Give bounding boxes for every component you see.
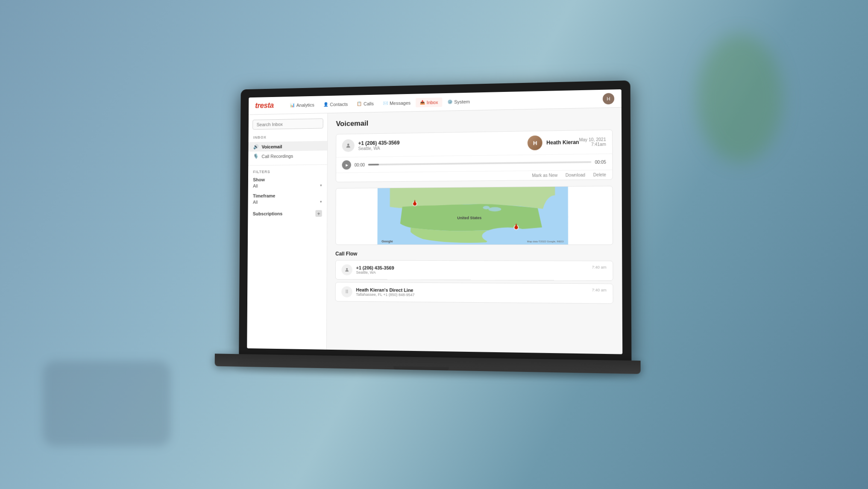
call-flow-item-2: ⠿ Heath Kieran's Direct Line Tallahassee… (335, 282, 613, 304)
analytics-label: Analytics (296, 102, 314, 108)
cf-item2-time: 7:40 am (592, 288, 607, 292)
voicemail-icon: 🔊 (253, 144, 259, 150)
analytics-icon: 📊 (290, 103, 295, 107)
show-chevron-icon: ▾ (320, 183, 322, 188)
show-filter: Show All ▾ (248, 177, 327, 189)
timeframe-chevron-icon: ▾ (320, 200, 322, 204)
timeframe-value: All (253, 200, 258, 205)
show-select[interactable]: All ▾ (253, 183, 322, 189)
inbox-section-title: INBOX (249, 134, 328, 140)
cf-item2-info: Heath Kieran's Direct Line Tallahassee, … (356, 287, 588, 298)
call-recordings-label: Call Recordings (261, 153, 293, 159)
contact-avatar: H (528, 136, 542, 150)
nav-item-messages[interactable]: ✉️ Messages (379, 98, 415, 108)
messages-label: Messages (390, 100, 411, 106)
vm-time: 7:41am (579, 142, 606, 147)
play-button[interactable]: ▶ (342, 160, 351, 170)
person-icon (345, 143, 351, 149)
cf-item1-time: 7:40 am (592, 265, 607, 269)
nav-item-contacts[interactable]: 👤 Contacts (319, 99, 352, 109)
voicemail-card: +1 (206) 435-3569 Seattle, WA H Heath Ki… (336, 130, 613, 182)
inbox-label: Inbox (427, 100, 438, 105)
svg-point-13 (346, 268, 348, 270)
svg-text:Map data ©2022 Google, INEGI: Map data ©2022 Google, INEGI (527, 240, 564, 243)
caller-icon (342, 139, 355, 152)
map-section: United States Google Map data ©2022 Goog… (335, 186, 613, 245)
vm-header: +1 (206) 435-3569 Seattle, WA H Heath Ki… (336, 130, 612, 157)
voicemail-label: Voicemail (262, 144, 282, 149)
svg-point-3 (482, 227, 533, 244)
vm-contact-section: H Heath Kieran (528, 135, 579, 150)
vm-date-section: May 10, 2021 7:41am (579, 137, 606, 147)
cf-item1-info: +1 (206) 435-3569 Seattle, WA (356, 265, 588, 275)
contact-name: Heath Kieran (546, 139, 579, 146)
main-area: INBOX 🔊 Voicemail 🎙️ Call Recordings FIL… (247, 108, 622, 354)
call-flow-title: Call Flow (335, 251, 613, 257)
content-area: Voicemail +1 (206) 435-3569 Seattle, (327, 108, 622, 354)
sidebar-item-call-recordings[interactable]: 🎙️ Call Recordings (248, 150, 327, 161)
svg-point-0 (347, 144, 349, 146)
person-icon-cf (344, 267, 349, 272)
timeframe-label: Timeframe (253, 193, 322, 198)
system-icon: ⚙️ (447, 100, 452, 104)
map-background: United States Google Map data ©2022 Goog… (336, 186, 613, 244)
play-icon: ▶ (346, 163, 348, 167)
player-current-time: 00:00 (355, 162, 365, 167)
timeframe-filter: Timeframe All ▾ (248, 193, 327, 205)
app-logo: tresta (255, 101, 274, 110)
messages-icon: ✉️ (383, 101, 388, 106)
sidebar: INBOX 🔊 Voicemail 🎙️ Call Recordings FIL… (247, 113, 328, 350)
nav-item-inbox[interactable]: 📥 Inbox (416, 97, 442, 107)
map-svg: United States Google Map data ©2022 Goog… (336, 186, 613, 244)
mic-icon: 🎙️ (253, 153, 259, 159)
cf-item1-location: Seattle, WA (356, 270, 588, 275)
delete-button[interactable]: Delete (593, 172, 606, 177)
sidebar-item-voicemail[interactable]: 🔊 Voicemail (248, 141, 327, 152)
show-label: Show (253, 177, 322, 182)
cf-grid-icon: ⠿ (341, 286, 352, 298)
cf-item1-phone: +1 (206) 435-3569 (356, 265, 588, 271)
nav-item-system[interactable]: ⚙️ System (443, 97, 474, 106)
filters-section-title: FILTERS (248, 169, 327, 174)
cf-person-icon (341, 264, 352, 275)
player-duration: 00:05 (595, 159, 606, 165)
contacts-icon: 👤 (323, 102, 328, 107)
player-track[interactable] (368, 161, 592, 165)
nav-items: 📊 Analytics 👤 Contacts 📋 Calls ✉️ (286, 94, 603, 110)
player-progress (368, 164, 379, 165)
calls-label: Calls (364, 101, 374, 106)
nav-item-calls[interactable]: 📋 Calls (353, 99, 378, 109)
nav-item-analytics[interactable]: 📊 Analytics (286, 100, 318, 110)
search-box (252, 118, 323, 130)
inbox-icon: 📥 (420, 100, 425, 105)
vm-date: May 10, 2021 (579, 137, 606, 142)
call-flow-item-1: +1 (206) 435-3569 Seattle, WA 7:40 am (335, 260, 613, 281)
svg-text:Google: Google (381, 239, 393, 243)
subscriptions-label: Subscriptions (253, 211, 283, 216)
caller-info: +1 (206) 435-3569 Seattle, WA (358, 138, 521, 150)
show-value: All (253, 183, 258, 189)
subscriptions-row: Subscriptions + (248, 210, 327, 217)
add-subscription-button[interactable]: + (315, 210, 322, 217)
contacts-label: Contacts (330, 101, 348, 107)
system-label: System (454, 99, 470, 104)
page-title: Voicemail (336, 115, 613, 128)
calls-icon: 📋 (357, 101, 362, 106)
svg-text:United States: United States (457, 215, 481, 220)
search-input[interactable] (252, 118, 323, 130)
avatar[interactable]: H (603, 93, 614, 104)
call-flow-section: Call Flow +1 (206) 435-3569 Seattle, WA (335, 251, 613, 304)
download-button[interactable]: Download (566, 173, 585, 178)
mark-as-new-button[interactable]: Mark as New (532, 173, 557, 178)
timeframe-select[interactable]: All ▾ (253, 199, 322, 205)
svg-point-2 (542, 195, 568, 238)
